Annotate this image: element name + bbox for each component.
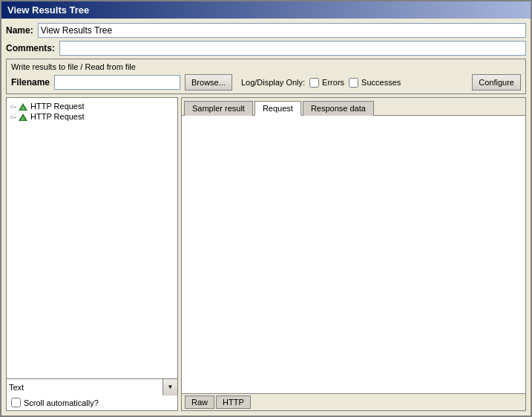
- bottom-tab-raw[interactable]: Raw: [185, 395, 214, 409]
- filename-input[interactable]: [54, 75, 180, 90]
- http-request-icon-2: [19, 114, 27, 121]
- main-window: View Results Tree Name: Comments: Write …: [0, 0, 532, 417]
- name-row: Name:: [6, 23, 526, 38]
- comments-input[interactable]: [59, 41, 526, 56]
- right-panel: Sampler result Request Response data Raw…: [181, 97, 526, 411]
- content-area: Name: Comments: Write results to file / …: [1, 19, 531, 416]
- tab-request[interactable]: Request: [254, 101, 301, 116]
- successes-group: Successes: [349, 78, 401, 88]
- bottom-tabs-row: Raw HTTP: [182, 393, 525, 410]
- tab-response-data[interactable]: Response data: [303, 101, 374, 116]
- tab-sampler-result[interactable]: Sampler result: [184, 101, 253, 116]
- bottom-tab-http[interactable]: HTTP: [216, 395, 251, 409]
- tree-item-2[interactable]: ○- HTTP Request: [10, 111, 174, 122]
- tree-area: ○- HTTP Request ○- HTTP Request: [7, 98, 177, 378]
- tree-item-label-2: HTTP Request: [30, 112, 85, 121]
- name-input[interactable]: [38, 23, 526, 38]
- file-row: Filename Browse... Log/Display Only: Err…: [11, 74, 521, 91]
- browse-button[interactable]: Browse...: [185, 74, 232, 91]
- errors-group: Errors: [309, 78, 344, 88]
- window-title: View Results Tree: [7, 4, 89, 16]
- http-request-icon-inner-1: [21, 105, 25, 110]
- successes-label: Successes: [361, 78, 401, 87]
- name-label: Name:: [6, 25, 33, 36]
- comments-row: Comments:: [6, 41, 526, 56]
- bottom-panel: ○- HTTP Request ○- HTTP Request: [6, 97, 526, 411]
- tree-item-label-1: HTTP Request: [30, 102, 85, 111]
- filename-label: Filename: [11, 77, 50, 88]
- scroll-auto-label: Scroll automatically?: [24, 398, 99, 407]
- http-request-icon-inner-2: [21, 116, 25, 120]
- tree-arrow-2: ○-: [10, 113, 16, 121]
- left-bottom: Text ▼: [7, 378, 177, 395]
- scroll-auto-row: Scroll automatically?: [7, 395, 177, 410]
- successes-checkbox[interactable]: [349, 78, 358, 88]
- errors-label: Errors: [322, 78, 344, 87]
- file-section-title: Write results to file / Read from file: [11, 62, 521, 71]
- comments-label: Comments:: [6, 43, 55, 53]
- file-section: Write results to file / Read from file F…: [6, 59, 526, 94]
- tab-content: [182, 116, 525, 393]
- text-dropdown[interactable]: Text: [7, 379, 162, 395]
- left-panel: ○- HTTP Request ○- HTTP Request: [6, 97, 178, 411]
- scroll-auto-checkbox[interactable]: [11, 398, 21, 407]
- log-display-label: Log/Display Only:: [241, 78, 305, 87]
- tree-arrow-1: ○-: [10, 102, 16, 111]
- tabs-row: Sampler result Request Response data: [182, 98, 525, 116]
- title-bar: View Results Tree: [1, 1, 531, 19]
- configure-button[interactable]: Configure: [472, 74, 521, 91]
- dropdown-arrow-button[interactable]: ▼: [162, 379, 177, 395]
- http-request-icon-1: [19, 103, 27, 111]
- errors-checkbox[interactable]: [309, 78, 319, 88]
- tree-item[interactable]: ○- HTTP Request: [10, 101, 174, 111]
